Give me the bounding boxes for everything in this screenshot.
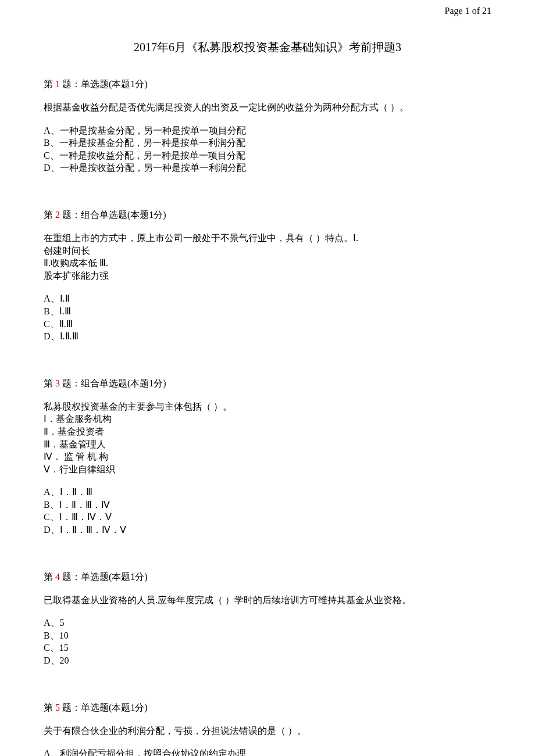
option-b: B、10 xyxy=(44,629,491,642)
question-line: Ⅱ．基金投资者 xyxy=(44,425,491,438)
question-options: A、Ⅰ．Ⅱ．Ⅲ B、Ⅰ．Ⅱ．Ⅲ．Ⅳ C、Ⅰ．Ⅲ．Ⅳ．Ⅴ D、Ⅰ．Ⅱ．Ⅲ．Ⅳ．Ⅴ xyxy=(44,486,491,536)
document-title: 2017年6月《私募股权投资基金基础知识》考前押题3 xyxy=(44,40,491,55)
question-type: 题：单选题(本题1分) xyxy=(60,703,148,712)
question-block: 第 3 题：组合单选题(本题1分) 私募股权投资基金的主要参与主体包括（ ）。 … xyxy=(44,378,491,536)
option-b: B、一种是按基金分配，另一种是按单一利润分配 xyxy=(44,137,491,149)
question-type: 题：单选题(本题1分) xyxy=(60,79,148,89)
question-options: A、一种是按基金分配，另一种是按单一项目分配 B、一种是按基金分配，另一种是按单… xyxy=(44,124,491,174)
question-prefix: 第 xyxy=(44,79,55,89)
question-text: 已取得基金从业资格的人员.应每年度完成（ ）学时的后续培训方可维持其基金从业资格… xyxy=(44,594,491,607)
page-number-label: Page 1 of 21 xyxy=(445,6,491,16)
question-prefix: 第 xyxy=(44,572,55,582)
question-type: 题：组合单选题(本题1分) xyxy=(60,210,166,220)
question-block: 第 4 题：单选题(本题1分) 已取得基金从业资格的人员.应每年度完成（ ）学时… xyxy=(44,571,491,667)
question-header: 第 1 题：单选题(本题1分) xyxy=(44,78,491,91)
question-line: 在重组上市的方式中，原上市公司一般处于不景气行业中，具有（ ）特点。Ⅰ. xyxy=(44,232,491,245)
question-type: 题：单选题(本题1分) xyxy=(60,572,148,582)
question-number: 1 xyxy=(55,79,60,89)
option-d: D、Ⅰ.Ⅱ.Ⅲ xyxy=(44,330,491,343)
question-text: 关于有限合伙企业的利润分配，亏损，分担说法错误的是（ ）。 xyxy=(44,725,491,737)
question-options: A、5 B、10 C、15 D、20 xyxy=(44,617,491,667)
option-a: A、一种是按基金分配，另一种是按单一项目分配 xyxy=(44,124,491,137)
question-options: A、Ⅰ.Ⅱ B、Ⅰ.Ⅲ C、Ⅱ.Ⅲ D、Ⅰ.Ⅱ.Ⅲ xyxy=(44,292,491,342)
question-line: 关于有限合伙企业的利润分配，亏损，分担说法错误的是（ ）。 xyxy=(44,725,491,737)
question-block: 第 2 题：组合单选题(本题1分) 在重组上市的方式中，原上市公司一般处于不景气… xyxy=(44,209,491,343)
question-number: 4 xyxy=(55,572,60,582)
option-a: A、Ⅰ．Ⅱ．Ⅲ xyxy=(44,486,491,499)
option-a: A、利润分配亏损分担，按照合伙协议的约定办理 xyxy=(44,747,491,756)
question-line: Ⅰ．基金服务机构 xyxy=(44,413,491,425)
option-d: D、Ⅰ．Ⅱ．Ⅲ．Ⅳ．Ⅴ xyxy=(44,524,491,536)
option-c: C、Ⅰ．Ⅲ．Ⅳ．Ⅴ xyxy=(44,511,491,524)
question-block: 第 5 题：单选题(本题1分) 关于有限合伙企业的利润分配，亏损，分担说法错误的… xyxy=(44,702,491,756)
option-c: C、15 xyxy=(44,642,491,654)
question-header: 第 5 题：单选题(本题1分) xyxy=(44,702,491,714)
option-a: A、5 xyxy=(44,617,491,629)
question-header: 第 4 题：单选题(本题1分) xyxy=(44,571,491,583)
question-text: 在重组上市的方式中，原上市公司一般处于不景气行业中，具有（ ）特点。Ⅰ. 创建时… xyxy=(44,232,491,282)
question-number: 5 xyxy=(55,703,60,712)
question-line: Ⅳ． 监 管 机 构 xyxy=(44,450,491,463)
option-b: B、Ⅰ.Ⅲ xyxy=(44,305,491,318)
question-line: Ⅲ．基金管理人 xyxy=(44,438,491,451)
question-options: A、利润分配亏损分担，按照合伙协议的约定办理 xyxy=(44,747,491,756)
option-a: A、Ⅰ.Ⅱ xyxy=(44,292,491,305)
option-c: C、Ⅱ.Ⅲ xyxy=(44,318,491,331)
question-line: 股本扩张能力强 xyxy=(44,270,491,282)
question-header: 第 2 题：组合单选题(本题1分) xyxy=(44,209,491,221)
question-prefix: 第 xyxy=(44,210,55,220)
question-line: 已取得基金从业资格的人员.应每年度完成（ ）学时的后续培训方可维持其基金从业资格… xyxy=(44,594,491,607)
option-c: C、一种是按收益分配，另一种是按单一项目分配 xyxy=(44,149,491,162)
question-line: Ⅱ.收购成本低 Ⅲ. xyxy=(44,257,491,270)
question-type: 题：组合单选题(本题1分) xyxy=(60,378,166,388)
question-prefix: 第 xyxy=(44,378,55,388)
question-line: 创建时间长 xyxy=(44,245,491,257)
question-line: Ⅴ．行业自律组织 xyxy=(44,463,491,476)
option-d: D、一种是按收益分配，另一种是按单一利润分配 xyxy=(44,162,491,174)
question-header: 第 3 题：组合单选题(本题1分) xyxy=(44,378,491,390)
question-prefix: 第 xyxy=(44,703,55,712)
question-block: 第 1 题：单选题(本题1分) 根据基金收益分配是否优先满足投资人的出资及一定比… xyxy=(44,78,491,174)
question-line: 私募股权投资基金的主要参与主体包括（ ）。 xyxy=(44,400,491,413)
page-header: Page 1 of 21 xyxy=(44,6,491,16)
question-line: 根据基金收益分配是否优先满足投资人的出资及一定比例的收益分为两种分配方式（ ）。 xyxy=(44,101,491,114)
question-number: 3 xyxy=(55,378,60,388)
question-text: 私募股权投资基金的主要参与主体包括（ ）。 Ⅰ．基金服务机构 Ⅱ．基金投资者 Ⅲ… xyxy=(44,400,491,476)
question-number: 2 xyxy=(55,210,60,220)
option-b: B、Ⅰ．Ⅱ．Ⅲ．Ⅳ xyxy=(44,499,491,511)
question-text: 根据基金收益分配是否优先满足投资人的出资及一定比例的收益分为两种分配方式（ ）。 xyxy=(44,101,491,114)
option-d: D、20 xyxy=(44,654,491,667)
